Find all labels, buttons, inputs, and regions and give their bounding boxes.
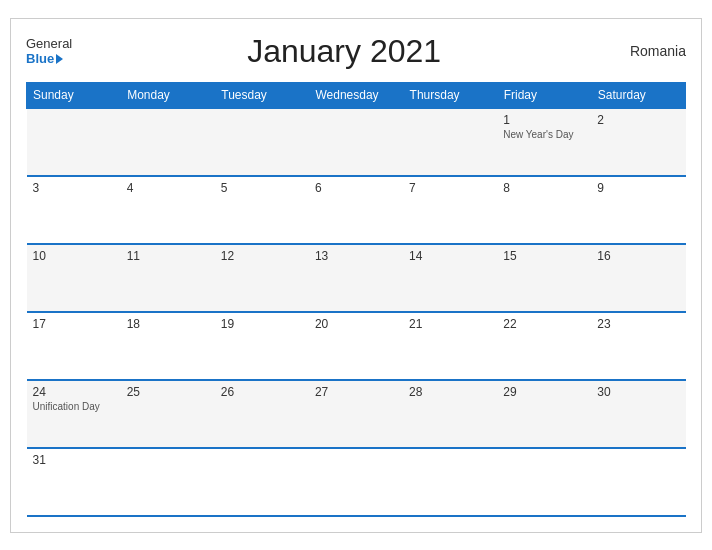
day-number: 19 — [221, 317, 303, 331]
calendar-title: January 2021 — [72, 33, 616, 70]
day-cell: 27 — [309, 380, 403, 448]
day-cell: 2 — [591, 108, 685, 176]
day-number: 8 — [503, 181, 585, 195]
day-number: 3 — [33, 181, 115, 195]
day-cell: 15 — [497, 244, 591, 312]
day-cell: 29 — [497, 380, 591, 448]
day-number: 7 — [409, 181, 491, 195]
day-number: 18 — [127, 317, 209, 331]
day-number: 24 — [33, 385, 115, 399]
week-row-5: 31 — [27, 448, 686, 516]
day-cell: 1New Year's Day — [497, 108, 591, 176]
logo-blue-container: Blue — [26, 51, 63, 66]
day-number: 30 — [597, 385, 679, 399]
day-cell: 10 — [27, 244, 121, 312]
logo-blue-text: Blue — [26, 51, 54, 66]
day-cell: 24Unification Day — [27, 380, 121, 448]
day-cell: 22 — [497, 312, 591, 380]
day-number: 11 — [127, 249, 209, 263]
day-cell — [121, 108, 215, 176]
day-number: 2 — [597, 113, 679, 127]
weekday-header-friday: Friday — [497, 82, 591, 108]
weekday-header-saturday: Saturday — [591, 82, 685, 108]
day-cell: 6 — [309, 176, 403, 244]
day-cell: 3 — [27, 176, 121, 244]
weekday-header-row: SundayMondayTuesdayWednesdayThursdayFrid… — [27, 82, 686, 108]
day-number: 25 — [127, 385, 209, 399]
day-number: 26 — [221, 385, 303, 399]
day-cell: 4 — [121, 176, 215, 244]
day-cell: 17 — [27, 312, 121, 380]
day-cell: 26 — [215, 380, 309, 448]
day-number: 1 — [503, 113, 585, 127]
weekday-header-thursday: Thursday — [403, 82, 497, 108]
day-number: 31 — [33, 453, 115, 467]
day-cell — [121, 448, 215, 516]
day-cell — [309, 108, 403, 176]
weekday-header-wednesday: Wednesday — [309, 82, 403, 108]
day-cell: 12 — [215, 244, 309, 312]
week-row-0: 1New Year's Day2 — [27, 108, 686, 176]
day-cell: 11 — [121, 244, 215, 312]
day-number: 15 — [503, 249, 585, 263]
day-number: 14 — [409, 249, 491, 263]
day-number: 29 — [503, 385, 585, 399]
logo-triangle-icon — [56, 54, 63, 64]
day-cell — [27, 108, 121, 176]
day-number: 6 — [315, 181, 397, 195]
day-cell — [403, 448, 497, 516]
day-cell: 5 — [215, 176, 309, 244]
calendar-country: Romania — [616, 43, 686, 59]
day-number: 4 — [127, 181, 209, 195]
logo: General Blue — [26, 36, 72, 66]
day-cell — [215, 448, 309, 516]
day-cell — [215, 108, 309, 176]
day-cell: 16 — [591, 244, 685, 312]
weekday-header-monday: Monday — [121, 82, 215, 108]
day-cell: 28 — [403, 380, 497, 448]
calendar-grid: SundayMondayTuesdayWednesdayThursdayFrid… — [26, 82, 686, 517]
day-cell: 30 — [591, 380, 685, 448]
day-cell: 8 — [497, 176, 591, 244]
day-cell: 18 — [121, 312, 215, 380]
day-number: 23 — [597, 317, 679, 331]
day-cell: 13 — [309, 244, 403, 312]
day-cell: 19 — [215, 312, 309, 380]
day-number: 12 — [221, 249, 303, 263]
day-number: 27 — [315, 385, 397, 399]
calendar-header: General Blue January 2021 Romania — [26, 29, 686, 74]
week-row-4: 24Unification Day252627282930 — [27, 380, 686, 448]
week-row-1: 3456789 — [27, 176, 686, 244]
week-row-3: 17181920212223 — [27, 312, 686, 380]
calendar-container: General Blue January 2021 Romania Sunday… — [10, 18, 702, 533]
day-cell: 23 — [591, 312, 685, 380]
day-cell: 14 — [403, 244, 497, 312]
day-event: Unification Day — [33, 401, 115, 412]
day-number: 16 — [597, 249, 679, 263]
week-row-2: 10111213141516 — [27, 244, 686, 312]
day-number: 28 — [409, 385, 491, 399]
day-cell — [309, 448, 403, 516]
day-cell: 7 — [403, 176, 497, 244]
day-cell — [591, 448, 685, 516]
day-cell: 9 — [591, 176, 685, 244]
day-cell — [403, 108, 497, 176]
weekday-header-tuesday: Tuesday — [215, 82, 309, 108]
day-number: 21 — [409, 317, 491, 331]
day-cell: 31 — [27, 448, 121, 516]
logo-general-text: General — [26, 36, 72, 51]
day-number: 13 — [315, 249, 397, 263]
day-number: 9 — [597, 181, 679, 195]
day-number: 20 — [315, 317, 397, 331]
day-number: 5 — [221, 181, 303, 195]
day-cell: 20 — [309, 312, 403, 380]
day-event: New Year's Day — [503, 129, 585, 140]
weekday-header-sunday: Sunday — [27, 82, 121, 108]
day-number: 17 — [33, 317, 115, 331]
day-cell — [497, 448, 591, 516]
day-number: 10 — [33, 249, 115, 263]
day-number: 22 — [503, 317, 585, 331]
day-cell: 25 — [121, 380, 215, 448]
day-cell: 21 — [403, 312, 497, 380]
